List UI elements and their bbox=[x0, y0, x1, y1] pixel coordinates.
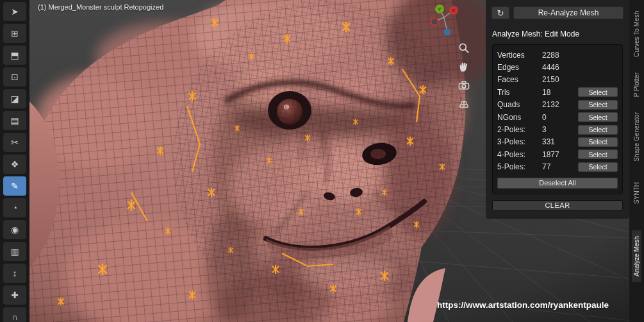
tool-bevel-icon[interactable]: ◪ bbox=[3, 89, 26, 108]
clear-button[interactable]: CLEAR bbox=[492, 200, 623, 211]
stat-label-edges: Edges bbox=[497, 63, 542, 72]
stat-label-tris: Tris bbox=[497, 88, 542, 97]
sidebar-tab-strip: Curves To MeshP PlotterShape GeneratorSY… bbox=[629, 0, 644, 322]
stat-row-edges: Edges4446 bbox=[497, 61, 618, 73]
select-button-3-poles[interactable]: Select bbox=[578, 137, 618, 147]
analyze-mesh-panel: ↻ Re-Analyze Mesh Analyze Mesh: Edit Mod… bbox=[486, 0, 629, 219]
toolbar: ➤⊞⬒⊡◪▤✂❖✎◔◉▥↕✚∩ bbox=[0, 0, 29, 322]
hand-icon bbox=[458, 60, 470, 73]
tool-smooth-vertex-icon[interactable]: ◉ bbox=[3, 220, 26, 239]
navigation-gizmo[interactable]: Y X bbox=[428, 1, 464, 37]
tool-inset-faces-icon[interactable]: ⊡ bbox=[3, 67, 26, 87]
stat-row-2-poles: 2-Poles:3Select bbox=[497, 123, 618, 135]
mesh-stats-box: Vertices2288Edges4446Faces2150Tris18Sele… bbox=[492, 44, 623, 194]
stat-label-4-poles: 4-Poles: bbox=[497, 150, 542, 159]
stat-value-ngons: 0 bbox=[542, 113, 578, 122]
stat-value-edges: 4446 bbox=[542, 63, 618, 72]
tool-shrink-fatten-icon[interactable]: ↕ bbox=[3, 264, 26, 283]
tool-edge-slide-icon[interactable]: ▥ bbox=[3, 242, 26, 261]
tab-shape-generator[interactable]: Shape Generator bbox=[632, 106, 641, 167]
select-button-ngons[interactable]: Select bbox=[578, 112, 618, 122]
tool-select-tweak-icon[interactable]: ➤ bbox=[3, 2, 26, 21]
deselect-all-button[interactable]: Deselect All bbox=[497, 178, 618, 189]
select-button-2-poles[interactable]: Select bbox=[578, 125, 618, 135]
stat-row-3-poles: 3-Poles:331Select bbox=[497, 136, 618, 148]
viewport-controls bbox=[456, 40, 472, 112]
panel-title: Analyze Mesh: Edit Mode bbox=[492, 30, 623, 38]
tool-spin-icon[interactable]: ◔ bbox=[3, 198, 26, 217]
stat-label-5-poles: 5-Poles: bbox=[497, 162, 542, 171]
perspective-toggle-button[interactable] bbox=[456, 96, 472, 112]
stat-value-quads: 2132 bbox=[542, 100, 578, 109]
tool-move-icon[interactable]: ✚ bbox=[3, 285, 26, 305]
tab-synth[interactable]: SYNTH bbox=[632, 176, 641, 210]
camera-icon bbox=[458, 79, 470, 92]
viewport-header: (1) Merged_Monster sculpt Retopogized bbox=[38, 3, 163, 11]
blender-window: (1) Merged_Monster sculpt Retopogized ➤⊞… bbox=[0, 0, 644, 322]
tab-analyze-mesh[interactable]: Analyze Mesh bbox=[632, 230, 641, 282]
stat-row-faces: Faces2150 bbox=[497, 74, 618, 86]
select-button-tris[interactable]: Select bbox=[578, 87, 618, 97]
gizmo-z-axis[interactable] bbox=[444, 29, 451, 36]
tool-knife-icon[interactable]: ✂ bbox=[3, 133, 26, 152]
stat-value-vertices: 2288 bbox=[542, 51, 618, 60]
tool-poly-build-icon[interactable]: ❖ bbox=[3, 155, 26, 174]
stat-value-tris: 18 bbox=[542, 88, 578, 97]
tool-loop-cut-icon[interactable]: ▤ bbox=[3, 111, 26, 130]
stat-label-2-poles: 2-Poles: bbox=[497, 125, 542, 134]
camera-view-button[interactable] bbox=[456, 78, 472, 93]
stat-value-4-poles: 1877 bbox=[542, 150, 578, 159]
stat-label-ngons: NGons bbox=[497, 113, 542, 122]
refresh-icon: ↻ bbox=[497, 8, 504, 18]
select-button-4-poles[interactable]: Select bbox=[578, 149, 618, 159]
stat-label-vertices: Vertices bbox=[497, 51, 542, 60]
stat-value-2-poles: 3 bbox=[542, 125, 578, 134]
pan-button[interactable] bbox=[456, 59, 472, 74]
gizmo-x-neg-axis[interactable] bbox=[431, 19, 438, 26]
stat-row-vertices: Vertices2288 bbox=[497, 49, 618, 61]
svg-text:Y: Y bbox=[438, 6, 442, 12]
panel-top-row: ↻ Re-Analyze Mesh bbox=[491, 6, 623, 19]
tool-smooth-brush-icon[interactable]: ✎ bbox=[3, 176, 26, 196]
select-button-quads[interactable]: Select bbox=[578, 100, 618, 110]
stat-label-faces: Faces bbox=[497, 75, 542, 84]
stat-label-quads: Quads bbox=[497, 100, 542, 109]
stat-value-5-poles: 77 bbox=[542, 162, 578, 171]
watermark-url: https://www.artstation.com/ryankentpaule bbox=[437, 300, 609, 310]
zoom-button[interactable] bbox=[456, 40, 472, 56]
tool-snap-magnet-icon[interactable]: ∩ bbox=[3, 307, 26, 322]
reanalyze-mesh-button[interactable]: Re-Analyze Mesh bbox=[513, 6, 623, 19]
stat-value-3-poles: 331 bbox=[542, 137, 578, 146]
stat-row-ngons: NGons0Select bbox=[497, 111, 618, 123]
stat-row-5-poles: 5-Poles:77Select bbox=[497, 161, 618, 173]
tool-add-cube-icon[interactable]: ⊞ bbox=[3, 24, 26, 43]
stat-row-4-poles: 4-Poles:1877Select bbox=[497, 148, 618, 160]
select-button-5-poles[interactable]: Select bbox=[578, 162, 618, 172]
tab-p-plotter[interactable]: P Plotter bbox=[632, 67, 641, 103]
stat-value-faces: 2150 bbox=[542, 75, 618, 84]
perspective-grid-icon bbox=[458, 97, 470, 110]
mesh-stats-rows: Vertices2288Edges4446Faces2150Tris18Sele… bbox=[497, 49, 618, 173]
tool-extrude-region-icon[interactable]: ⬒ bbox=[3, 46, 26, 65]
stat-label-3-poles: 3-Poles: bbox=[497, 137, 542, 146]
svg-text:X: X bbox=[452, 8, 456, 13]
refresh-button[interactable]: ↻ bbox=[491, 6, 509, 19]
tab-curves-to-mesh[interactable]: Curves To Mesh bbox=[632, 5, 641, 63]
stat-row-quads: Quads2132Select bbox=[497, 99, 618, 111]
magnifier-icon bbox=[458, 42, 470, 55]
stat-row-tris: Tris18Select bbox=[497, 86, 618, 98]
